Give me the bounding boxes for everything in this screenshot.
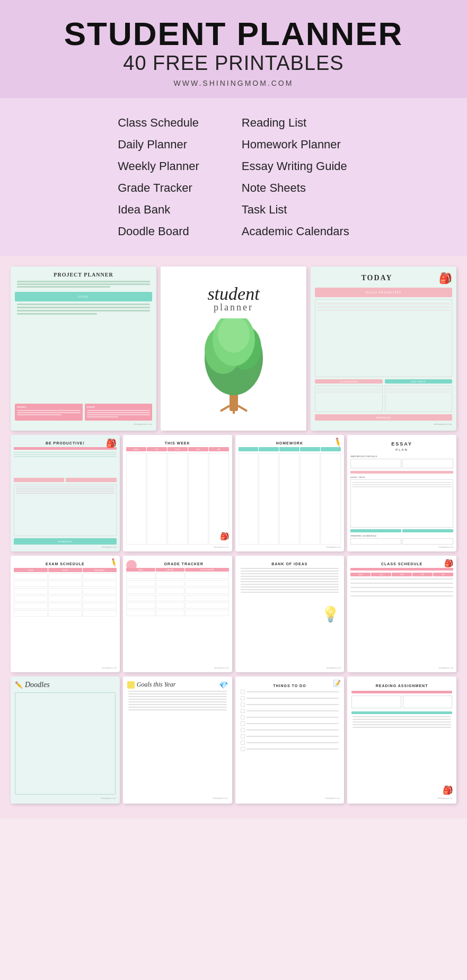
line: [128, 696, 227, 697]
cell: [48, 581, 82, 587]
details-grid: [350, 459, 453, 468]
student-cover-card: student planner: [161, 266, 306, 431]
points-label: points / thesis: [350, 476, 453, 478]
detail-cell: [350, 459, 401, 468]
cell: [83, 603, 117, 609]
day-col: FRI: [209, 447, 229, 451]
line: [246, 723, 339, 724]
hw-cell: [279, 453, 299, 545]
line: [246, 704, 339, 705]
due-bar: DUE TODAY: [385, 379, 453, 384]
hw-cell: [300, 453, 320, 545]
day-cell: [168, 453, 188, 545]
cell: [83, 595, 117, 602]
card-inner: GRADE TRACKER SUBJ GRADE 1ST QUARTER: [123, 556, 232, 672]
line: [316, 391, 381, 393]
line: [246, 742, 339, 743]
card-title: BANK OF IDEAS: [239, 559, 341, 568]
line: [17, 412, 81, 413]
backpack-icon: 🎒: [220, 532, 229, 541]
card-inner: 📝 THINGS TO DO: [235, 676, 345, 804]
col-head: MON: [350, 573, 371, 576]
day-col: TUE: [147, 447, 167, 451]
section-label: IMPORTANT DETAILS: [350, 455, 453, 458]
hw-cell: [239, 453, 259, 545]
line: [241, 578, 339, 580]
cover-student-text: student: [207, 284, 259, 304]
card-inner: ✏️ HOMEWORK shiningmom.com: [235, 435, 345, 551]
today-header: TODAY 🎒: [315, 272, 452, 284]
line: [386, 391, 451, 393]
read-cell: [351, 696, 401, 708]
reading-assignment-card: 🎒 READING ASSIGNMENT shiningmom.com: [347, 676, 456, 804]
diamond-icon: 💎: [219, 681, 228, 690]
hw-header: [239, 447, 341, 451]
card-row-2: 🎒 BE PRODUCTIVE!: [5, 435, 462, 551]
todo-item: [241, 709, 339, 713]
checkbox: [241, 709, 245, 713]
line: [353, 721, 451, 723]
card-inner: 🎒 READING ASSIGNMENT shiningmom.com: [347, 676, 456, 804]
checkbox: [241, 747, 245, 751]
exam-row: [14, 603, 117, 609]
col-bar: [14, 478, 64, 482]
card-row-1: PROJECT PLANNER GOAL NOTES: [5, 266, 462, 431]
extra-grid: [315, 386, 452, 412]
cell: [156, 610, 185, 616]
feature-item: Grade Tracker: [118, 179, 199, 197]
content-box: [14, 484, 117, 536]
exam-row: [14, 588, 117, 594]
grade-row: [126, 602, 229, 609]
due-today-box: [385, 386, 453, 412]
day-cell: [147, 453, 167, 545]
card-title: EXAM SCHEDULE: [14, 559, 117, 568]
cell: [14, 603, 48, 609]
cell: [48, 588, 82, 594]
attribution: shiningmom.com: [315, 423, 452, 425]
col-head: THU: [412, 573, 433, 576]
day-col: THU: [188, 447, 208, 451]
project-planner-card: PROJECT PLANNER GOAL NOTES: [11, 266, 156, 431]
week-grid: [126, 453, 229, 545]
doodle-area: [15, 692, 116, 795]
feature-item: Note Sheets: [242, 179, 349, 197]
card-title: ESSAYPLAN: [350, 438, 453, 454]
line: [16, 486, 114, 487]
goal-lines: [15, 304, 152, 399]
class-notes-grid: CLASS NOTES DUE TODAY: [315, 379, 452, 384]
col-head: TUE: [371, 573, 391, 576]
hw-cell: [259, 453, 279, 545]
line: [17, 304, 150, 305]
svg-line-1: [221, 406, 230, 411]
exam-row: [14, 573, 117, 580]
line: [246, 710, 339, 711]
detail-cell: [402, 459, 453, 468]
card-inner: 🎒 CLASS SCHEDULE MON TUE WED THU FRI: [347, 556, 456, 672]
tree-illustration: [202, 318, 266, 414]
feature-item: Class Schedule: [118, 114, 199, 131]
backpack-icon: 🎒: [444, 559, 453, 568]
attribution: shiningmom.com: [127, 797, 228, 799]
section-bar: GOAL: [15, 292, 152, 301]
backpack-icon: 🎒: [439, 272, 452, 284]
line: [246, 749, 339, 750]
feature-item: Daily Planner: [118, 136, 199, 153]
read-cell: [403, 696, 452, 708]
card-row-3: ✏️ EXAM SCHEDULE DATE TOPIC REMARKS: [5, 556, 462, 672]
feature-item: Doodle Board: [118, 222, 199, 240]
cover-planner-text: planner: [214, 302, 253, 313]
be-productive-card: 🎒 BE PRODUCTIVE!: [11, 435, 120, 551]
backpack-icon: 🎒: [443, 785, 453, 795]
header-section: STUDENT PLANNER 40 FREE PRINTABLES WWW.S…: [0, 0, 467, 98]
cell: [156, 580, 185, 586]
goals-header: Goals this Year: [127, 681, 228, 689]
svg-line-2: [238, 406, 247, 411]
line: [17, 313, 97, 315]
attribution: shiningmom.com: [240, 797, 340, 799]
cell: [126, 610, 155, 616]
day-cell: [126, 453, 146, 545]
cell: [48, 610, 82, 617]
line: [128, 704, 227, 705]
line: [87, 410, 151, 411]
pink-bar: [350, 471, 453, 474]
